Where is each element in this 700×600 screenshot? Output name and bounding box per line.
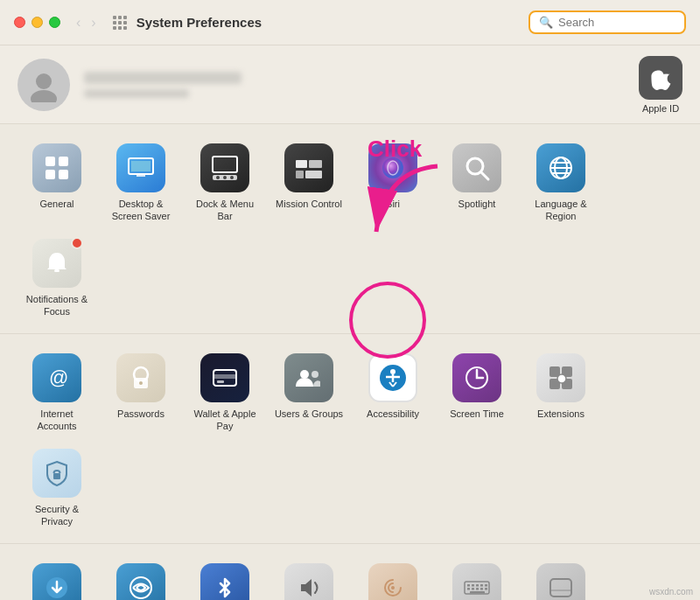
pref-item-general[interactable]: General bbox=[18, 136, 96, 227]
svg-rect-4 bbox=[118, 21, 122, 24]
svg-rect-15 bbox=[59, 170, 68, 179]
svg-rect-37 bbox=[54, 269, 60, 272]
pref-item-bluetooth[interactable]: Bluetooth bbox=[186, 556, 264, 600]
svg-rect-64 bbox=[467, 584, 470, 587]
pref-item-accessibility[interactable]: Accessibility bbox=[354, 346, 432, 436]
apple-id-button[interactable]: Apple ID bbox=[639, 56, 682, 114]
pref-item-touch-id[interactable]: Touch ID bbox=[354, 556, 432, 600]
svg-rect-65 bbox=[472, 584, 474, 587]
user-info bbox=[84, 72, 639, 98]
screen-time-icon bbox=[452, 353, 501, 402]
search-input[interactable] bbox=[558, 16, 681, 29]
users-groups-icon bbox=[284, 353, 333, 402]
pref-item-security-privacy[interactable]: Security & Privacy bbox=[18, 442, 96, 532]
svg-point-45 bbox=[300, 370, 309, 379]
security-privacy-label: Security & Privacy bbox=[21, 503, 93, 528]
user-subtitle bbox=[84, 89, 189, 98]
sound-icon bbox=[284, 563, 333, 600]
pref-item-internet-accounts[interactable]: @Internet Accounts bbox=[18, 346, 96, 436]
search-icon: 🔍 bbox=[539, 16, 553, 29]
user-header: Apple ID bbox=[0, 45, 700, 124]
dock-menu-bar-label: Dock & Menu Bar bbox=[189, 198, 261, 223]
pref-item-trackpad[interactable]: Trackpad bbox=[522, 556, 600, 600]
svg-rect-17 bbox=[131, 161, 150, 171]
watermark: wsxdn.com bbox=[649, 587, 693, 597]
svg-rect-27 bbox=[305, 171, 322, 178]
svg-point-10 bbox=[31, 90, 57, 102]
pref-item-users-groups[interactable]: Users & Groups bbox=[270, 346, 348, 436]
svg-rect-66 bbox=[476, 584, 479, 587]
titlebar: ‹ › System Preferences 🔍 bbox=[0, 0, 700, 45]
pref-item-passwords[interactable]: Passwords bbox=[102, 346, 180, 436]
desktop-screen-saver-icon bbox=[116, 143, 165, 192]
internet-accounts-label: Internet Accounts bbox=[21, 408, 93, 433]
keyboard-icon bbox=[452, 563, 501, 600]
svg-rect-69 bbox=[467, 588, 470, 590]
svg-rect-26 bbox=[296, 171, 304, 178]
svg-point-9 bbox=[36, 73, 52, 89]
pref-item-notifications-focus[interactable]: Notifications & Focus bbox=[18, 232, 96, 322]
section-hardware-grid: Software UpdateNetworkBluetoothSoundTouc… bbox=[18, 556, 682, 600]
notifications-focus-label: Notifications & Focus bbox=[21, 293, 93, 318]
pref-item-spotlight[interactable]: Spotlight bbox=[438, 136, 516, 227]
users-groups-label: Users & Groups bbox=[275, 408, 343, 420]
zoom-button[interactable] bbox=[49, 17, 60, 28]
pref-item-siri[interactable]: Siri bbox=[354, 136, 432, 227]
svg-rect-7 bbox=[118, 26, 122, 30]
pref-item-dock-menu-bar[interactable]: Dock & Menu Bar bbox=[186, 136, 264, 227]
language-region-icon bbox=[536, 143, 585, 192]
pref-item-software-update[interactable]: Software Update bbox=[18, 556, 96, 600]
search-box[interactable]: 🔍 bbox=[528, 10, 686, 34]
bluetooth-icon bbox=[200, 563, 249, 600]
pref-item-network[interactable]: Network bbox=[102, 556, 180, 600]
svg-rect-59 bbox=[53, 473, 60, 479]
svg-rect-70 bbox=[472, 588, 474, 590]
siri-icon bbox=[368, 143, 417, 192]
svg-line-31 bbox=[481, 172, 488, 179]
svg-point-22 bbox=[223, 176, 227, 179]
spotlight-label: Spotlight bbox=[458, 198, 496, 210]
svg-rect-19 bbox=[213, 157, 237, 172]
svg-rect-25 bbox=[309, 160, 322, 168]
forward-button[interactable]: › bbox=[88, 13, 99, 32]
accessibility-label: Accessibility bbox=[367, 408, 419, 420]
close-button[interactable] bbox=[14, 17, 25, 28]
pref-item-screen-time[interactable]: Screen Time bbox=[438, 346, 516, 436]
svg-rect-3 bbox=[113, 21, 116, 24]
section-internet-grid: @Internet AccountsPasswordsWallet & Appl… bbox=[18, 346, 682, 531]
svg-rect-68 bbox=[485, 584, 487, 587]
svg-rect-71 bbox=[476, 588, 479, 590]
pref-item-mission-control[interactable]: Mission Control bbox=[270, 136, 348, 227]
pref-item-keyboard[interactable]: Keyboard bbox=[438, 556, 516, 600]
pref-item-sound[interactable]: Sound bbox=[270, 556, 348, 600]
apple-id-icon bbox=[639, 56, 682, 100]
svg-rect-74 bbox=[470, 591, 485, 594]
pref-item-wallet-apple-pay[interactable]: Wallet & Apple Pay bbox=[186, 346, 264, 436]
svg-rect-24 bbox=[296, 160, 307, 168]
passwords-icon bbox=[116, 353, 165, 402]
extensions-label: Extensions bbox=[537, 408, 584, 420]
siri-label: Siri bbox=[386, 198, 400, 210]
svg-point-21 bbox=[216, 176, 220, 179]
pref-item-extensions[interactable]: Extensions bbox=[522, 346, 600, 436]
svg-rect-2 bbox=[123, 16, 127, 19]
language-region-label: Language & Region bbox=[525, 198, 597, 223]
pref-item-desktop-screen-saver[interactable]: Desktop & Screen Saver bbox=[102, 136, 180, 227]
section-hardware: Software UpdateNetworkBluetoothSoundTouc… bbox=[0, 544, 700, 600]
apple-id-label: Apple ID bbox=[642, 103, 679, 114]
back-button[interactable]: ‹ bbox=[73, 13, 84, 32]
svg-point-62 bbox=[391, 586, 395, 590]
traffic-lights bbox=[14, 17, 60, 28]
svg-rect-43 bbox=[214, 374, 236, 379]
minimize-button[interactable] bbox=[32, 17, 43, 28]
screen-time-label: Screen Time bbox=[450, 408, 504, 420]
pref-item-language-region[interactable]: Language & Region bbox=[522, 136, 600, 227]
user-name bbox=[84, 72, 242, 84]
svg-rect-44 bbox=[217, 380, 224, 383]
window-title: System Preferences bbox=[136, 15, 528, 30]
svg-point-23 bbox=[230, 176, 234, 179]
security-privacy-icon bbox=[32, 449, 81, 498]
general-icon bbox=[32, 143, 81, 192]
passwords-label: Passwords bbox=[117, 408, 164, 420]
wallet-apple-pay-label: Wallet & Apple Pay bbox=[189, 408, 261, 433]
